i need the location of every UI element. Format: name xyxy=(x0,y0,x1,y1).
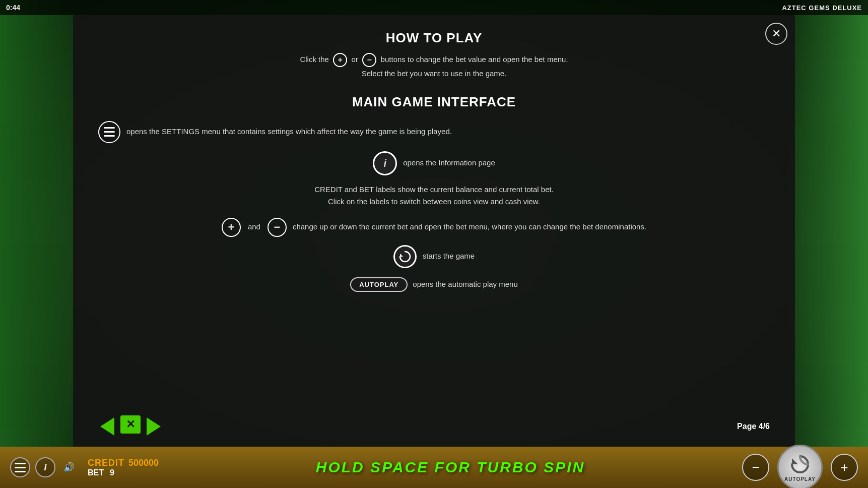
how-to-play-desc-line2: Select the bet you want to use in the ga… xyxy=(362,69,507,78)
hamburger-lines xyxy=(104,127,115,137)
leaves-right xyxy=(787,0,868,488)
how-to-play-desc-line1: Click the + or − buttons to change the b… xyxy=(300,55,568,64)
how-to-play-description: Click the + or − buttons to change the b… xyxy=(98,53,770,80)
credit-bet-display[interactable]: CREDIT 500000 BET 9 xyxy=(88,458,159,477)
clock: 0:44 xyxy=(6,4,20,12)
bet-increase-button[interactable]: + xyxy=(831,454,858,481)
plus-icon: + xyxy=(222,218,241,237)
bottom-bar: i 🔊 CREDIT 500000 BET 9 HOLD SPACE FOR T… xyxy=(0,447,868,488)
svg-marker-0 xyxy=(400,254,403,257)
bet-row: BET 9 xyxy=(88,468,159,477)
spin-description: starts the game xyxy=(423,251,475,262)
info-icon-bottom[interactable]: i xyxy=(35,457,55,477)
info-row: i opens the Information page xyxy=(98,151,770,175)
plus-minus-description: change up or down the current bet and op… xyxy=(293,221,646,233)
arrow-right-icon xyxy=(147,417,161,436)
top-bar: 0:44 AZTEC GEMS DELUXE xyxy=(0,0,868,15)
credit-label: CREDIT xyxy=(88,458,124,468)
settings-row: opens the SETTINGS menu that contains se… xyxy=(98,121,770,143)
autoplay-button-inline[interactable]: AUTOPLAY xyxy=(350,277,408,292)
plus-minus-row: + and − change up or down the current be… xyxy=(98,218,770,237)
settings-icon-bottom[interactable] xyxy=(10,457,30,477)
credit-bet-desc1: CREDIT and BET labels show the current b… xyxy=(314,185,554,194)
settings-description: opens the SETTINGS menu that contains se… xyxy=(126,126,452,138)
minus-icon: − xyxy=(268,218,287,237)
autoplay-label-bottom: AUTOPLAY xyxy=(784,476,816,482)
leaves-left xyxy=(0,0,81,488)
prev-button[interactable] xyxy=(98,415,116,438)
sound-icon[interactable]: 🔊 xyxy=(60,459,78,476)
bet-label: BET xyxy=(88,468,104,477)
page-indicator: Page 4/6 xyxy=(737,422,770,431)
bet-decrease-button[interactable]: − xyxy=(742,454,769,481)
nav-close-button[interactable]: ✕ xyxy=(120,415,141,434)
credit-row: CREDIT 500000 xyxy=(88,458,159,468)
next-button[interactable] xyxy=(145,415,163,438)
help-modal: ✕ HOW TO PLAY Click the + or − buttons t… xyxy=(73,15,795,448)
bottom-left-icons: i 🔊 CREDIT 500000 BET 9 xyxy=(10,457,159,477)
and-label: and xyxy=(248,221,260,233)
hamburger-icon-bottom xyxy=(15,463,26,472)
autoplay-description: opens the automatic play menu xyxy=(413,279,517,290)
credit-value: 500000 xyxy=(128,458,159,468)
hamburger-icon xyxy=(98,121,120,143)
spin-button[interactable]: AUTOPLAY xyxy=(777,445,823,488)
arrow-left-icon xyxy=(100,417,114,436)
game-title-top: AZTEC GEMS DELUXE xyxy=(782,4,862,12)
spin-svg xyxy=(398,250,412,264)
info-icon: i xyxy=(373,151,397,175)
how-to-play-title: HOW TO PLAY xyxy=(98,30,770,46)
credit-bet-description: CREDIT and BET labels show the current b… xyxy=(98,184,770,208)
spin-icon xyxy=(393,245,417,268)
info-letter: i xyxy=(44,462,46,473)
turbo-spin-text: HOLD SPACE FOR TURBO SPIN xyxy=(316,459,585,476)
info-description: opens the Information page xyxy=(403,157,495,169)
nav-arrows: ✕ xyxy=(98,415,163,438)
spin-autoplay-group: AUTOPLAY xyxy=(777,445,823,488)
main-game-interface-title: MAIN GAME INTERFACE xyxy=(98,94,770,110)
svg-marker-1 xyxy=(792,458,798,464)
autoplay-row: AUTOPLAY opens the automatic play menu xyxy=(98,277,770,292)
navigation-row: ✕ Page 4/6 xyxy=(98,410,770,438)
credit-bet-desc2: Click on the labels to switch between co… xyxy=(328,197,540,206)
close-button[interactable]: ✕ xyxy=(765,23,787,45)
spin-button-icon xyxy=(789,453,811,475)
bet-value: 9 xyxy=(110,468,114,477)
spin-row: starts the game xyxy=(98,245,770,268)
bottom-right-controls: − AUTOPLAY + xyxy=(742,445,858,488)
